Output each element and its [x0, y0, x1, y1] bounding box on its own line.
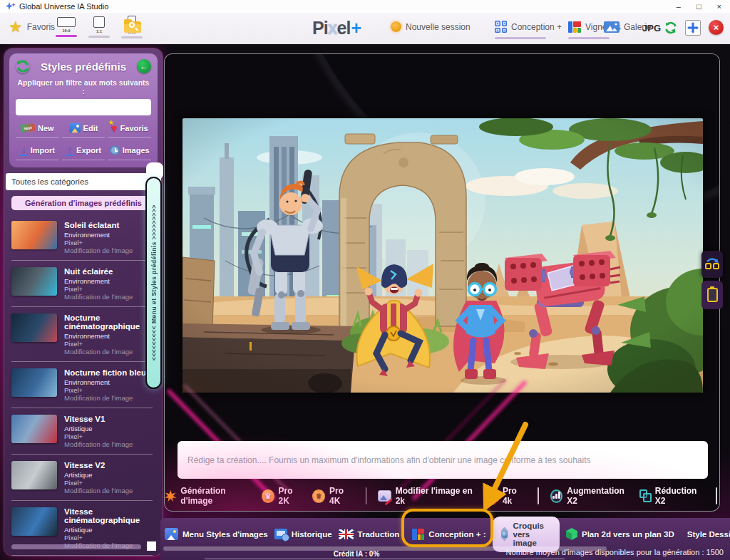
sidebar-collapse-tab[interactable]: <<<<<<<<< Menu et Styles prédéfinis >>>>… [145, 177, 162, 389]
sidebar-horizontal-scrollbar[interactable] [11, 544, 141, 549]
import-arrow-icon: ↓ [20, 144, 28, 156]
swap-icon [704, 256, 720, 272]
preset-engine: Pixel+ [64, 479, 133, 487]
edit-image-icon [69, 123, 81, 133]
preset-list-item[interactable]: Nuit éclairéeEnvironnementPixel+Modifica… [4, 261, 163, 307]
grid-icon [495, 21, 507, 33]
aspect-16-9-button[interactable]: 16:9 [56, 17, 77, 38]
filter-input[interactable] [16, 99, 151, 115]
sidebar-corner-handle[interactable] [147, 541, 156, 551]
clipboard-tool-button[interactable] [701, 281, 723, 309]
preset-category: Artistique [64, 425, 133, 432]
preset-note: Modification de l'image [64, 440, 133, 448]
preset-list-item[interactable]: Soleil éclatantEnvironnementPixel+Modifi… [4, 214, 163, 261]
jpg-format-button[interactable]: JPG [642, 23, 661, 33]
uk-flag-icon [339, 529, 354, 539]
move-tool-button[interactable] [685, 20, 701, 36]
preset-note: Modification de l'image [64, 348, 158, 356]
preset-thumbnail [11, 368, 57, 397]
downscale-x2-button[interactable]: Réduction X2 [639, 486, 704, 506]
preset-note: Modification de l'image [64, 247, 133, 254]
maximize-button[interactable]: □ [696, 0, 701, 13]
category-select[interactable]: Toutes les catégories [6, 173, 161, 190]
folder-search-button[interactable] [124, 19, 141, 33]
export-button[interactable]: ↑ Export [62, 144, 106, 160]
starburst-icon [165, 489, 176, 502]
plan-2d-3d-button[interactable]: Plan 2d vers un plan 3D [566, 528, 674, 540]
clock-icon [110, 145, 120, 155]
menu-styles-button[interactable]: Menu Styles d'images [165, 528, 268, 540]
preset-title: Nuit éclairée [64, 267, 133, 276]
styles-panel: Styles prédéfinis ← Appliquer un filtre … [9, 53, 158, 167]
traduction-button[interactable]: Traduction [339, 529, 400, 539]
images-history-button[interactable]: Images [108, 144, 151, 160]
historique-button[interactable]: Historique [274, 529, 332, 539]
edit-style-button[interactable]: Edit [62, 123, 106, 138]
main-canvas: Génération d'image ♛ Pro 2K ♛ Pro 4K Mod… [164, 53, 720, 512]
app-logo-sparkle-icon [6, 2, 16, 11]
available-images-label: Nombre moyen d'images disponibles pour l… [506, 548, 724, 556]
pages-icon [639, 489, 650, 502]
generate-image-button[interactable]: Génération d'image [165, 486, 252, 506]
window-title: Global Universe IA Studio [19, 2, 108, 11]
aspect-1-1-button[interactable]: 1:1 [88, 17, 110, 38]
prompt-input[interactable] [178, 441, 708, 479]
pixel-plus-logo: Pixel+ [312, 18, 361, 38]
presets-list: Soleil éclatantEnvironnementPixel+Modifi… [4, 214, 163, 556]
star-icon: ★ [9, 18, 23, 36]
style-dessin-label: Style Dessin animé : [687, 530, 730, 539]
window-close-button[interactable]: × [717, 0, 721, 13]
pro-2k-button[interactable]: ♛ Pro 2K [262, 486, 303, 506]
sketch-hexagon-icon [501, 527, 508, 541]
panel-refresh-icon[interactable] [16, 59, 30, 73]
preset-category: Environnement [64, 378, 150, 386]
upscale-x2-button[interactable]: Augmentation X2 [550, 486, 631, 506]
gallery-icon [604, 21, 620, 33]
preset-note: Modification de l'image [64, 293, 133, 301]
preset-note: Modification de l'image [64, 487, 133, 494]
compare-tool-button[interactable] [701, 251, 723, 278]
new-badge-icon: NEW [20, 123, 35, 133]
aspect-16-9-icon [57, 17, 76, 27]
preset-thumbnail [11, 461, 57, 489]
clipboard-icon [707, 288, 718, 302]
nouvelle-session-button[interactable]: Nouvelle session [391, 21, 471, 32]
filter-label: Appliquer un filtre aux mots suivants : [16, 78, 151, 95]
close-icon: × [714, 22, 719, 33]
preset-list-item[interactable]: Nocturne cinématographiqueEnvironnementP… [4, 307, 163, 362]
preset-title: Vitesse V2 [64, 461, 133, 470]
move-icon [687, 22, 699, 33]
preset-engine: Pixel+ [64, 285, 133, 293]
preset-thumbnail [11, 221, 57, 249]
preset-thumbnail [11, 267, 57, 296]
collapse-panel-button[interactable]: ← [137, 59, 151, 73]
highlight-arrow [453, 415, 552, 529]
styles-sidebar: Styles prédéfinis ← Appliquer un filtre … [4, 48, 163, 556]
preset-list-item[interactable]: Vitesse V1ArtistiquePixel+Modification d… [4, 408, 163, 455]
preset-list-item[interactable]: Nocturne fiction bleueEnvironnementPixel… [4, 362, 163, 408]
sun-icon [391, 21, 401, 32]
refresh-icon [664, 21, 678, 35]
preset-category: Environnement [64, 231, 133, 239]
credit-underline [205, 559, 565, 559]
generation-actions-row: Génération d'image ♛ Pro 2K ♛ Pro 4K Mod… [165, 486, 719, 506]
preset-note: Modification de l'image [64, 394, 150, 402]
new-style-button[interactable]: NEW New [16, 123, 59, 138]
credit-label: Crédit IA : 0% [289, 550, 424, 558]
export-arrow-icon: ↑ [66, 144, 73, 156]
preset-engine: Pixel+ [64, 432, 133, 440]
app-close-button[interactable]: × [709, 20, 724, 35]
favoris-styles-button[interactable]: ♥★ Favoris [108, 123, 151, 138]
favoris-button[interactable]: ★ Favoris [9, 18, 55, 36]
conception-plus-button[interactable]: Conception + [495, 21, 562, 33]
generated-image[interactable] [182, 118, 703, 393]
preset-list-item[interactable]: Vitesse V2ArtistiquePixel+Modification d… [4, 455, 163, 501]
sidebar-title: Styles prédéfinis [41, 61, 126, 73]
pro-4k-button[interactable]: ♛ Pro 4K [312, 486, 354, 506]
history-monitor-icon [274, 529, 287, 539]
titlebar: Global Universe IA Studio – □ × [0, 0, 730, 13]
refresh-button[interactable] [664, 21, 678, 35]
import-button[interactable]: ↓ Import [16, 144, 59, 160]
minimize-button[interactable]: – [677, 0, 681, 13]
image-wand-icon [378, 490, 391, 502]
